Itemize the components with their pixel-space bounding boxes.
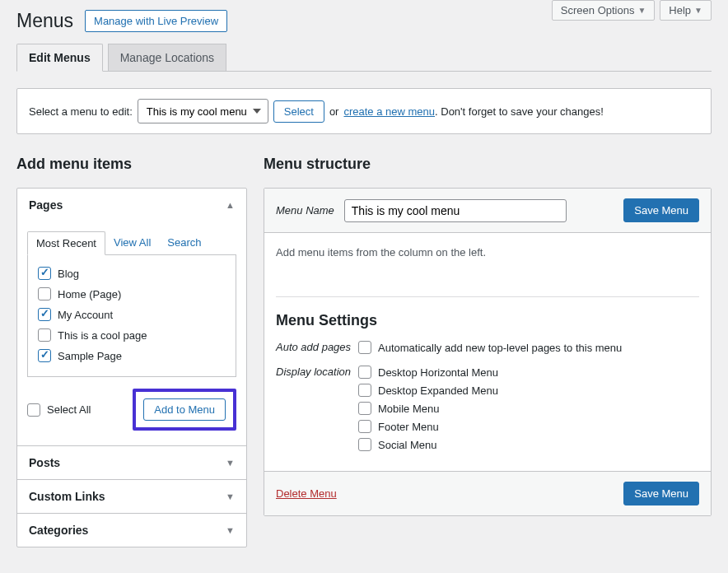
page-item-label: Blog — [58, 268, 79, 280]
accordion-posts-label: Posts — [29, 456, 60, 469]
page-item-checkbox[interactable] — [38, 328, 51, 342]
select-all-checkbox[interactable] — [27, 403, 40, 417]
screen-options-label: Screen Options — [561, 4, 635, 16]
display-location-checkbox[interactable] — [358, 366, 371, 379]
display-location-checkbox[interactable] — [358, 384, 371, 397]
menu-name-input[interactable] — [344, 199, 567, 222]
page-item-checkbox[interactable] — [38, 349, 51, 362]
inner-tab-search[interactable]: Search — [159, 231, 209, 254]
accordion-posts-header[interactable]: Posts▼ — [17, 446, 246, 479]
page-item-checkbox[interactable] — [38, 308, 51, 321]
help-button[interactable]: Help▼ — [660, 0, 712, 21]
page-item: My Account — [38, 308, 226, 321]
menu-select[interactable]: This is my cool menu — [138, 99, 268, 123]
display-location-option: Desktop Horizontal Menu — [358, 366, 498, 379]
screen-options-button[interactable]: Screen Options▼ — [552, 0, 656, 21]
auto-add-label: Auto add pages — [276, 341, 358, 353]
chevron-down-icon: ▼ — [226, 458, 235, 468]
page-item: Blog — [38, 267, 226, 280]
chevron-down-icon: ▼ — [694, 6, 702, 15]
tab-manage-locations[interactable]: Manage Locations — [108, 44, 226, 71]
menu-structure-heading: Menu structure — [264, 156, 712, 173]
accordion-custom-links-header[interactable]: Custom Links▼ — [17, 480, 246, 513]
structure-hint: Add menu items from the column on the le… — [276, 246, 699, 259]
page-item-label: My Account — [58, 309, 113, 321]
display-location-checkbox[interactable] — [358, 420, 371, 433]
add-to-menu-highlight: Add to Menu — [133, 389, 236, 431]
add-menu-items-heading: Add menu items — [16, 156, 247, 173]
chevron-down-icon: ▼ — [637, 6, 646, 15]
page-item-label: Home (Page) — [58, 288, 121, 300]
page-item-checkbox[interactable] — [38, 267, 51, 280]
auto-add-checkbox[interactable] — [358, 341, 371, 354]
add-to-menu-button[interactable]: Add to Menu — [143, 398, 226, 421]
page-item-label: This is a cool page — [58, 329, 147, 342]
chevron-down-icon: ▼ — [226, 491, 235, 501]
page-title: Menus — [16, 10, 73, 32]
save-menu-button-bottom[interactable]: Save Menu — [623, 482, 699, 505]
display-location-option: Footer Menu — [358, 420, 498, 433]
inner-tab-view-all[interactable]: View All — [105, 231, 159, 254]
accordion-categories-header[interactable]: Categories▼ — [17, 514, 246, 547]
or-text: or — [329, 105, 339, 118]
accordion-pages-label: Pages — [29, 198, 63, 212]
select-button[interactable]: Select — [273, 100, 324, 123]
display-location-text: Desktop Horizontal Menu — [378, 366, 498, 379]
select-bar-after: . Don't forget to save your changes! — [435, 105, 604, 118]
help-label: Help — [669, 4, 691, 16]
delete-menu-link[interactable]: Delete Menu — [276, 487, 337, 500]
tab-edit-menus[interactable]: Edit Menus — [16, 44, 103, 72]
create-new-menu-link[interactable]: create a new menu — [343, 105, 435, 118]
display-location-text: Mobile Menu — [378, 403, 439, 415]
display-location-text: Social Menu — [378, 439, 437, 451]
menu-settings-heading: Menu Settings — [276, 312, 699, 329]
chevron-down-icon: ▼ — [226, 525, 235, 535]
display-location-text: Footer Menu — [378, 421, 439, 433]
page-item: Sample Page — [38, 349, 226, 362]
display-location-text: Desktop Expanded Menu — [378, 384, 498, 397]
display-location-checkbox[interactable] — [358, 438, 371, 451]
save-menu-button-top[interactable]: Save Menu — [623, 198, 699, 222]
menu-select-bar: Select a menu to edit: This is my cool m… — [16, 88, 712, 134]
chevron-up-icon: ▲ — [226, 200, 235, 210]
select-all-label: Select All — [47, 403, 91, 416]
page-item-label: Sample Page — [58, 350, 122, 362]
page-item-checkbox[interactable] — [38, 287, 51, 300]
display-location-option: Mobile Menu — [358, 402, 498, 415]
select-menu-label: Select a menu to edit: — [29, 105, 133, 118]
accordion-pages-header[interactable]: Pages ▲ — [17, 189, 246, 221]
inner-tab-most-recent[interactable]: Most Recent — [27, 231, 105, 255]
accordion-categories-label: Categories — [29, 524, 88, 537]
auto-add-text: Automatically add new top-level pages to… — [378, 342, 622, 354]
display-location-label: Display location — [276, 366, 358, 378]
display-location-option: Social Menu — [358, 438, 498, 451]
display-location-option: Desktop Expanded Menu — [358, 384, 498, 397]
display-location-checkbox[interactable] — [358, 402, 371, 415]
page-item: Home (Page) — [38, 287, 226, 300]
page-item: This is a cool page — [38, 328, 226, 342]
menu-name-label: Menu Name — [276, 204, 334, 217]
manage-live-preview-button[interactable]: Manage with Live Preview — [85, 10, 227, 32]
accordion-custom-links-label: Custom Links — [29, 490, 105, 503]
